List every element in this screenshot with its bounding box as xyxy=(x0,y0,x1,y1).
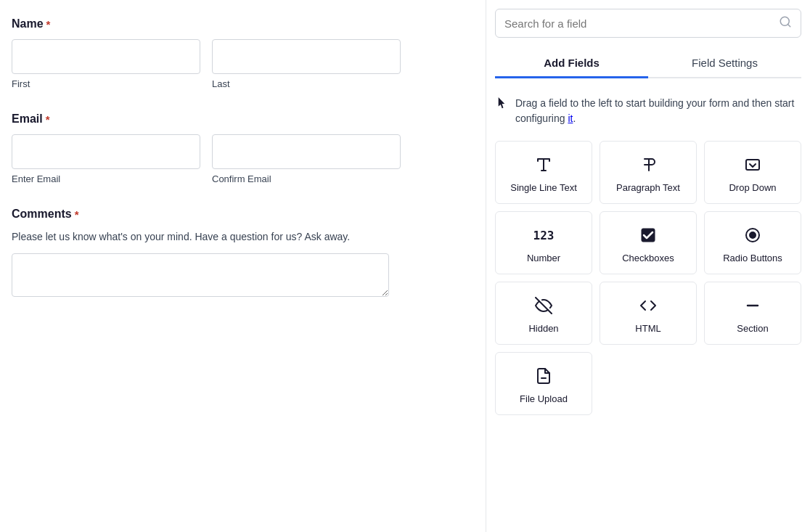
cursor-icon xyxy=(498,97,508,115)
tab-field-settings[interactable]: Field Settings xyxy=(648,49,801,78)
svg-line-1 xyxy=(788,24,790,26)
hidden-icon xyxy=(535,295,552,316)
field-card-hidden[interactable]: Hidden xyxy=(495,282,592,345)
field-card-section[interactable]: Section xyxy=(704,282,801,345)
field-card-html[interactable]: HTML xyxy=(600,282,697,345)
field-card-number[interactable]: 123 Number xyxy=(495,211,592,274)
tab-add-fields[interactable]: Add Fields xyxy=(495,49,648,78)
fields-grid: Single Line Text Paragraph Text Drop Dow… xyxy=(495,138,801,418)
email-label: Email * xyxy=(12,112,468,126)
field-card-checkboxes-label: Checkboxes xyxy=(622,253,674,263)
last-name-col: Last xyxy=(212,39,401,89)
html-icon xyxy=(639,295,657,316)
section-icon xyxy=(744,295,761,316)
comments-label-text: Comments xyxy=(12,208,72,221)
search-input[interactable] xyxy=(504,17,779,30)
svg-rect-4 xyxy=(746,160,759,170)
comments-field-group: Comments * Please let us know what's on … xyxy=(12,208,468,300)
field-card-file-upload[interactable]: File Upload xyxy=(495,352,592,415)
field-card-file-upload-label: File Upload xyxy=(520,393,568,404)
drag-hint-text: Drag a field to the left to start buildi… xyxy=(515,96,798,126)
email-field-row: Enter Email Confirm Email xyxy=(12,134,468,184)
enter-email-col: Enter Email xyxy=(12,134,200,184)
enter-email-input[interactable] xyxy=(12,134,200,169)
field-card-drop-down-label: Drop Down xyxy=(729,182,776,193)
search-icon xyxy=(779,15,792,31)
first-name-col: First xyxy=(12,39,200,89)
confirm-email-input[interactable] xyxy=(212,134,401,169)
field-card-checkboxes[interactable]: Checkboxes xyxy=(600,211,697,274)
comments-label: Comments * xyxy=(12,208,468,221)
tabs: Add Fields Field Settings xyxy=(495,49,801,78)
name-field-group: Name * First Last xyxy=(12,17,468,89)
last-sublabel: Last xyxy=(212,78,401,89)
fields-panel: Add Fields Field Settings Drag a field t… xyxy=(486,0,810,532)
form-panel: Name * First Last Email * Enter Email xyxy=(0,0,486,532)
text-icon xyxy=(535,155,552,175)
confirm-email-sublabel: Confirm Email xyxy=(212,173,401,184)
last-name-input[interactable] xyxy=(212,39,401,74)
enter-email-sublabel: Enter Email xyxy=(12,173,200,184)
number-icon: 123 xyxy=(533,225,555,245)
radio-icon xyxy=(744,225,761,245)
name-required-star: * xyxy=(46,18,51,30)
name-label-text: Name xyxy=(12,17,44,30)
field-card-paragraph-text-label: Paragraph Text xyxy=(616,182,680,193)
email-label-text: Email xyxy=(12,112,43,126)
search-bar xyxy=(495,9,801,38)
field-card-paragraph-text[interactable]: Paragraph Text xyxy=(600,141,697,204)
comments-description: Please let us know what's on your mind. … xyxy=(12,229,468,245)
first-name-input[interactable] xyxy=(12,39,200,74)
field-card-radio-buttons-label: Radio Buttons xyxy=(723,253,782,263)
first-sublabel: First xyxy=(12,78,200,89)
confirm-email-col: Confirm Email xyxy=(212,134,401,184)
name-field-row: First Last xyxy=(12,39,468,89)
drag-hint-link[interactable]: it xyxy=(568,112,573,124)
field-card-hidden-label: Hidden xyxy=(528,323,558,334)
file-icon xyxy=(535,366,552,386)
email-required-star: * xyxy=(46,113,50,126)
name-label: Name * xyxy=(12,17,468,30)
field-card-single-line-text[interactable]: Single Line Text xyxy=(495,141,592,204)
dropdown-icon xyxy=(744,155,761,175)
svg-point-7 xyxy=(750,232,756,238)
comments-textarea[interactable] xyxy=(12,253,389,297)
paragraph-icon xyxy=(639,155,657,175)
field-card-html-label: HTML xyxy=(635,323,660,334)
field-card-number-label: Number xyxy=(527,253,560,263)
checkbox-icon xyxy=(639,225,657,245)
field-card-section-label: Section xyxy=(737,323,768,334)
field-card-single-line-text-label: Single Line Text xyxy=(510,182,577,193)
comments-required-star: * xyxy=(75,208,79,221)
email-field-group: Email * Enter Email Confirm Email xyxy=(12,112,468,184)
drag-hint: Drag a field to the left to start buildi… xyxy=(495,90,801,138)
field-card-radio-buttons[interactable]: Radio Buttons xyxy=(704,211,801,274)
field-card-drop-down[interactable]: Drop Down xyxy=(704,141,801,204)
